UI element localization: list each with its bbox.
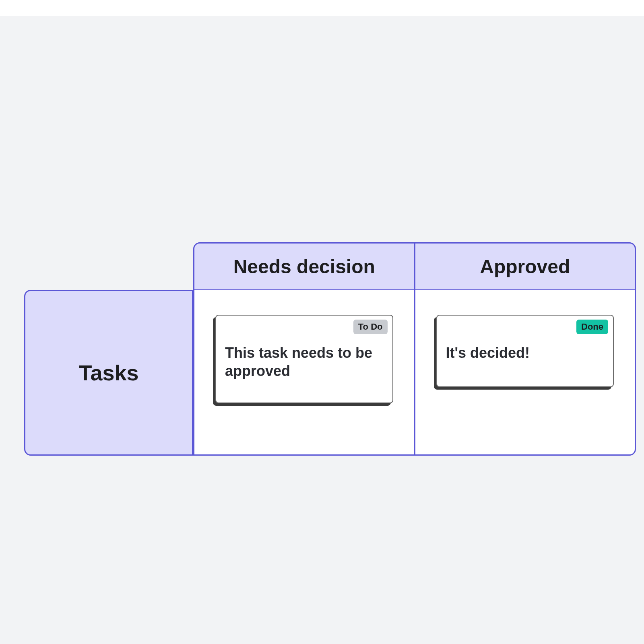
status-badge-done: Done (576, 320, 608, 334)
cell-needs-decision[interactable]: To Do This task needs to be approved (193, 290, 415, 456)
column-header-label: Needs decision (233, 256, 375, 278)
task-card[interactable]: Done It's decided! (436, 315, 614, 387)
status-badge-todo: To Do (353, 320, 388, 334)
cell-approved[interactable]: Done It's decided! (415, 290, 636, 456)
column-header-label: Approved (480, 256, 570, 278)
task-card[interactable]: To Do This task needs to be approved (215, 315, 393, 403)
column-headers: Needs decision Approved (193, 242, 636, 291)
task-card-title: It's decided! (446, 344, 605, 362)
row-header-tasks[interactable]: Tasks (24, 290, 193, 456)
column-header-needs-decision[interactable]: Needs decision (193, 242, 415, 291)
row-header-label: Tasks (78, 360, 138, 385)
top-strip (0, 0, 644, 16)
task-card-title: This task needs to be approved (225, 344, 384, 380)
column-header-approved[interactable]: Approved (415, 242, 636, 291)
diagram-canvas: Tasks Needs decision Approved To Do This… (0, 0, 644, 644)
board-cells: To Do This task needs to be approved Don… (193, 290, 636, 456)
